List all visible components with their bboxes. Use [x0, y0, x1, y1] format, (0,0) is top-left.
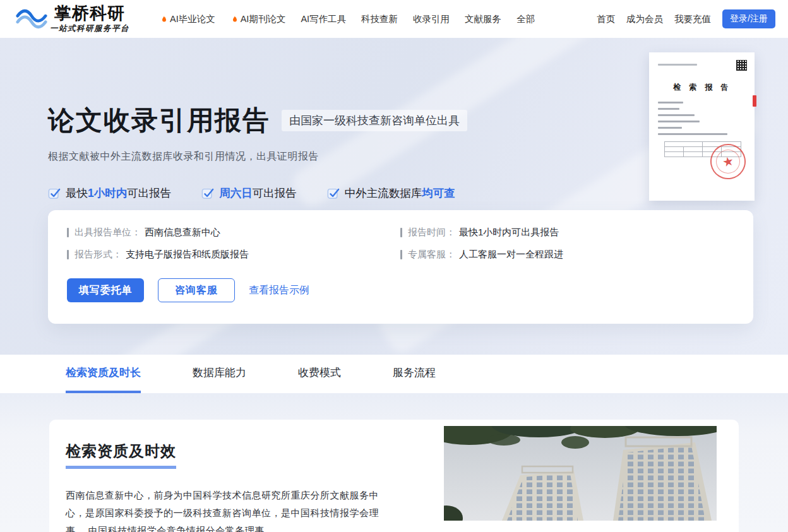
tab-search-qualification[interactable]: 检索资质及时长 [66, 355, 141, 393]
authority-badge: 由国家一级科技查新咨询单位出具 [282, 110, 467, 131]
nav-link-recharge[interactable]: 我要充值 [674, 13, 711, 25]
nav-item-all[interactable]: 全部 [516, 13, 535, 25]
info-fields: 出具报告单位： 西南信息查新中心 报告时间： 最快1小时内可出具报告 报告形式：… [67, 227, 734, 261]
main-content-area: 检索资质及时效 西南信息查新中心，前身为中国科学技术信息研究所重庆分所文献服务中… [0, 393, 788, 532]
field-bar-icon [67, 228, 69, 237]
feature-fast-report: 最快1小时内可出报告 [48, 186, 171, 201]
main-menu: AI毕业论文 AI期刊论文 AI写作工具 科技查新 收录引用 文献服务 全部 [160, 13, 535, 25]
red-bookmark-tag [753, 95, 756, 107]
field-report-issuer: 出具报告单位： 西南信息查新中心 [67, 227, 400, 239]
page-title: 论文收录引用报告 [48, 103, 270, 138]
field-bar-icon [67, 250, 69, 259]
doc-text-lines [658, 102, 747, 135]
section-tabs: 检索资质及时长 数据库能力 收费模式 服务流程 [0, 355, 788, 393]
field-bar-icon [400, 228, 402, 237]
nav-item-ai-writing-tools[interactable]: AI写作工具 [301, 13, 346, 25]
feature-list: 最快1小时内可出报告 周六日可出报告 中外主流数据库均可查 [48, 186, 455, 201]
tab-database-capability[interactable]: 数据库能力 [193, 355, 246, 393]
nav-link-become-member[interactable]: 成为会员 [626, 13, 663, 25]
view-report-sample-link[interactable]: 查看报告示例 [249, 284, 309, 297]
section-heading: 检索资质及时效 [66, 441, 176, 469]
nav-item-label: AI毕业论文 [170, 13, 215, 25]
nav-item-label: AI写作工具 [301, 13, 346, 25]
tab-pricing-model[interactable]: 收费模式 [298, 355, 341, 393]
field-report-format: 报告形式： 支持电子版报告和纸质版报告 [67, 249, 400, 261]
feature-all-databases: 中外主流数据库均可查 [327, 186, 455, 201]
nav-item-ai-journal[interactable]: AI期刊论文 [230, 13, 286, 25]
field-report-time: 报告时间： 最快1小时内可出具报告 [400, 227, 734, 239]
nav-item-ai-thesis[interactable]: AI毕业论文 [160, 13, 215, 25]
checkbox-icon [201, 187, 214, 199]
nav-item-label: 文献服务 [465, 13, 501, 25]
nav-link-home[interactable]: 首页 [597, 13, 615, 25]
flame-icon [230, 15, 239, 24]
feature-weekend: 周六日可出报告 [201, 186, 297, 201]
wave-logo-icon [16, 8, 47, 30]
doc-number-line [658, 64, 697, 66]
section-paragraph: 西南信息查新中心，前身为中国科学技术信息研究所重庆分所文献服务中心，是原国家科委… [66, 487, 389, 532]
brand-tagline: 一站式科研服务平台 [50, 25, 129, 33]
feature-text: 中外主流数据库均可查 [345, 186, 455, 201]
hero-subtitle: 根据文献被中外主流数据库收录和引用情况，出具证明报告 [48, 150, 319, 163]
feature-text: 最快1小时内可出报告 [66, 186, 171, 201]
service-info-card: 出具报告单位： 西南信息查新中心 报告时间： 最快1小时内可出具报告 报告形式：… [48, 210, 753, 324]
nav-right-links: 首页 成为会员 我要充值 登录/注册 [597, 9, 775, 28]
brand-name: 掌桥科研 [54, 5, 125, 22]
checkbox-icon [327, 187, 340, 199]
nav-item-label: AI期刊论文 [241, 13, 286, 25]
field-bar-icon [400, 250, 402, 259]
feature-text: 周六日可出报告 [219, 186, 297, 201]
flame-icon [160, 15, 169, 24]
nav-item-literature-service[interactable]: 文献服务 [465, 13, 501, 25]
nav-item-label: 收录引用 [413, 13, 450, 25]
consult-support-button[interactable]: 咨询客服 [158, 278, 235, 302]
checkbox-icon [48, 187, 61, 199]
fill-commission-form-button[interactable]: 填写委托单 [67, 278, 144, 302]
top-navigation: 掌桥科研 一站式科研服务平台 AI毕业论文 AI期刊论文 AI写作工具 科技查新… [0, 0, 788, 38]
report-doc-title: 检 索 报 告 [658, 82, 747, 93]
qr-code-icon [736, 60, 747, 71]
qualification-section-card: 检索资质及时效 西南信息查新中心，前身为中国科学技术信息研究所重庆分所文献服务中… [49, 420, 739, 532]
report-preview-image: 检 索 报 告 [649, 52, 755, 201]
brand-logo[interactable]: 掌桥科研 一站式科研服务平台 [16, 5, 129, 33]
nav-item-citation-index[interactable]: 收录引用 [413, 13, 450, 25]
card-actions: 填写委托单 咨询客服 查看报告示例 [67, 278, 734, 302]
office-building-photo [444, 426, 717, 521]
login-register-button[interactable]: 登录/注册 [722, 9, 775, 28]
nav-item-novelty-search[interactable]: 科技查新 [361, 13, 398, 25]
tab-service-process[interactable]: 服务流程 [393, 355, 436, 393]
nav-item-label: 全部 [516, 13, 535, 25]
field-dedicated-support: 专属客服： 人工客服一对一全程跟进 [400, 249, 734, 261]
nav-item-label: 科技查新 [361, 13, 398, 25]
